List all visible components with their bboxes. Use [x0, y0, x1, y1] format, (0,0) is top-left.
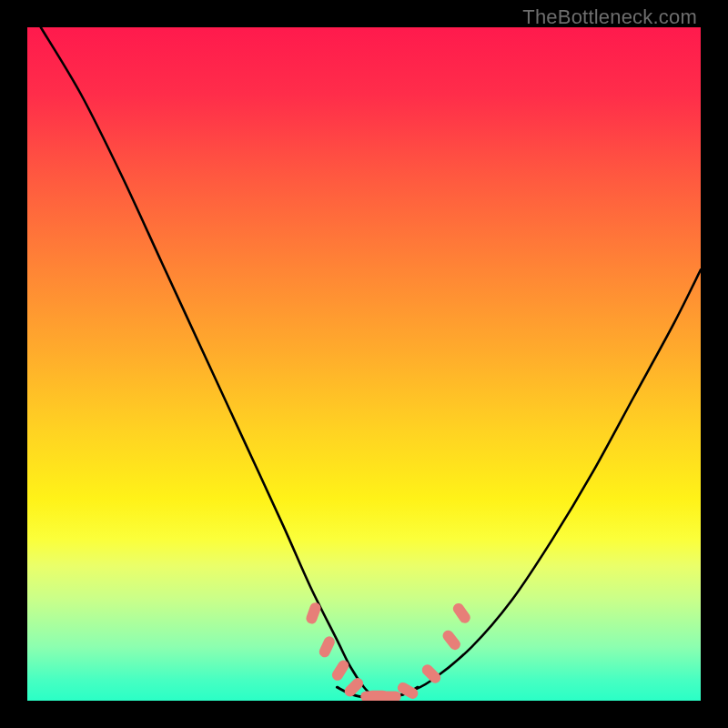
data-marker [318, 634, 337, 659]
series-right-curve [378, 269, 701, 701]
marker-group [305, 601, 472, 701]
watermark-text: TheBottleneck.com [522, 5, 697, 29]
plot-area [27, 27, 701, 701]
valley-floor-marker [360, 692, 400, 701]
data-marker [440, 628, 462, 652]
data-marker [451, 602, 473, 626]
chart-svg [27, 27, 701, 701]
chart-container: TheBottleneck.com [0, 0, 728, 728]
series-left-curve [41, 27, 378, 701]
curve-group [41, 27, 701, 701]
